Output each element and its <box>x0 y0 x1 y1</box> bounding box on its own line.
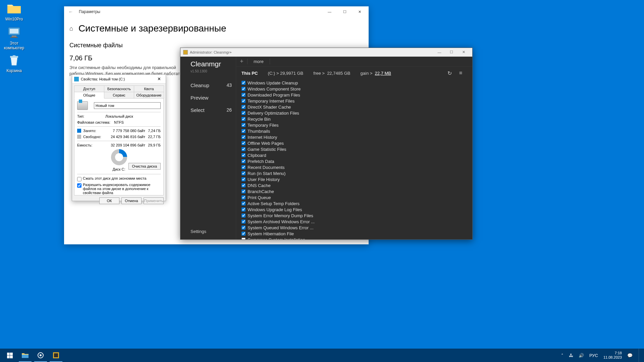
desktop-shortcut-this-pc[interactable]: Этот компьютер <box>1 26 27 50</box>
cleanup-item-checkbox[interactable] <box>241 135 246 139</box>
cleanup-item-checkbox[interactable] <box>241 195 246 199</box>
cleanup-item[interactable]: User File History <box>241 176 472 182</box>
minimize-button[interactable]: — <box>433 48 445 56</box>
cleanup-item[interactable]: Recycle Bin <box>241 116 472 122</box>
cleanup-item[interactable]: Downloaded Program Files <box>241 92 472 98</box>
refresh-icon[interactable]: ↻ <box>447 70 452 76</box>
close-button[interactable]: ✕ <box>352 7 367 17</box>
cleanup-item[interactable]: DNS Cache <box>241 182 472 188</box>
cleanup-item-checkbox[interactable] <box>241 81 246 85</box>
tray-lang[interactable]: РУС <box>588 353 599 358</box>
disk-cleanup-button[interactable]: Очистка диска <box>128 163 161 170</box>
cleanup-item[interactable]: Clipboard <box>241 152 472 158</box>
add-button[interactable]: + <box>236 59 248 64</box>
tab-access[interactable]: Доступ <box>74 85 104 92</box>
cleanup-item[interactable]: Windows Upgrade Log Files <box>241 206 472 213</box>
cleanup-item[interactable]: BranchCache <box>241 188 472 194</box>
taskbar-cleanmgr[interactable] <box>48 349 64 362</box>
tab-service[interactable]: Сервис <box>104 92 134 99</box>
more-menu[interactable]: more <box>248 59 270 64</box>
close-button[interactable]: ✕ <box>154 76 164 81</box>
cleanup-item-checkbox[interactable] <box>241 147 246 151</box>
cleanup-item[interactable]: Compress System Installation <box>241 237 472 239</box>
taskbar-explorer[interactable] <box>17 349 33 362</box>
tray-notifications-icon[interactable]: 💬 <box>626 353 634 358</box>
desktop-shortcut-win10pro[interactable]: Win10Pro <box>1 2 27 21</box>
cleanup-item[interactable]: Thumbnails <box>241 128 472 134</box>
cleanup-item-checkbox[interactable] <box>241 141 246 145</box>
tray-volume-icon[interactable]: 🔊 <box>577 353 585 358</box>
cleanup-item-checkbox[interactable] <box>241 123 246 127</box>
cleanup-item-checkbox[interactable] <box>241 93 246 97</box>
cleanup-item-checkbox[interactable] <box>241 99 246 103</box>
cleanup-item[interactable]: Internet History <box>241 134 472 140</box>
back-button[interactable]: ← <box>65 9 76 14</box>
apply-button[interactable]: Применить <box>144 197 164 204</box>
index-checkbox[interactable]: Разрешить индексировать содержимое файло… <box>77 183 161 195</box>
tray-chevron-icon[interactable]: ˄ <box>560 353 565 358</box>
show-desktop-button[interactable] <box>639 349 641 362</box>
cleanup-item-checkbox[interactable] <box>241 87 246 91</box>
start-button[interactable] <box>2 349 17 362</box>
cleanup-item[interactable]: System Error Memory Dump Files <box>241 213 472 219</box>
cleanup-item-checkbox[interactable] <box>241 189 246 193</box>
cleanup-item[interactable]: System Queued Windows Error ... <box>241 225 472 231</box>
nav-preview[interactable]: Preview <box>191 92 236 104</box>
props-titlebar[interactable]: Свойства: Новый том (C:) ✕ <box>72 75 166 83</box>
cleanup-item-checkbox[interactable] <box>241 153 246 157</box>
cleanup-item-checkbox[interactable] <box>241 117 246 121</box>
cleanup-item-checkbox[interactable] <box>241 207 246 212</box>
cleanup-item-checkbox[interactable] <box>241 238 246 239</box>
cleanup-item-checkbox[interactable] <box>241 111 246 115</box>
cleanup-item-checkbox[interactable] <box>241 165 246 169</box>
volume-name-input[interactable] <box>94 102 161 109</box>
cleanup-item[interactable]: Recent Documents <box>241 164 472 170</box>
cleanup-item[interactable]: Active Setup Temp Folders <box>241 200 472 206</box>
minimize-button[interactable]: — <box>322 7 337 17</box>
desktop-shortcut-recycle-bin[interactable]: Корзина <box>1 54 27 73</box>
cleanup-item[interactable]: System Archived Windows Error ... <box>241 219 472 225</box>
cleanup-item[interactable]: Temporary Files <box>241 122 472 128</box>
cancel-button[interactable]: Отмена <box>121 197 142 204</box>
compress-checkbox[interactable]: Сжать этот диск для экономии места <box>77 176 161 181</box>
cleanup-item-checkbox[interactable] <box>241 183 246 187</box>
cleanup-item-checkbox[interactable] <box>241 226 246 230</box>
home-icon[interactable]: ⌂ <box>69 25 73 32</box>
ok-button[interactable]: ОК <box>99 197 119 204</box>
cleanup-item[interactable]: Delivery Optimization Files <box>241 110 472 116</box>
cleanup-item[interactable]: Temporary Internet Files <box>241 98 472 104</box>
cleanup-item-checkbox[interactable] <box>241 171 246 175</box>
cleanup-item-checkbox[interactable] <box>241 159 246 163</box>
cleanup-item[interactable]: Game Statistic Files <box>241 146 472 152</box>
nav-settings[interactable]: Settings <box>191 229 236 236</box>
cleanup-item[interactable]: DirectX Shader Cache <box>241 104 472 110</box>
settings-titlebar[interactable]: ← Параметры — ☐ ✕ <box>64 6 369 17</box>
nav-cleanup[interactable]: Cleanup43 <box>191 79 236 92</box>
cleanup-item[interactable]: System Hibernation File <box>241 231 472 237</box>
cleanup-item-checkbox[interactable] <box>241 201 246 205</box>
close-button[interactable]: ✕ <box>458 48 470 56</box>
taskbar-settings[interactable] <box>33 349 48 362</box>
cleanup-item-checkbox[interactable] <box>241 220 246 224</box>
cleanup-item-checkbox[interactable] <box>241 129 246 133</box>
tab-general[interactable]: Общие <box>74 92 104 99</box>
nav-select[interactable]: Select26 <box>191 104 236 116</box>
maximize-button[interactable]: ☐ <box>445 48 458 56</box>
tab-hardware[interactable]: Оборудование <box>134 92 164 99</box>
cleanup-item[interactable]: Run (in Start Menu) <box>241 170 472 176</box>
cleanup-item[interactable]: Offline Web Pages <box>241 140 472 146</box>
cleanup-item[interactable]: Windows Update Cleanup <box>241 80 472 86</box>
cleanup-item[interactable]: Prefetch Data <box>241 158 472 164</box>
tab-security[interactable]: Безопасность <box>104 85 134 92</box>
cleanmgr-titlebar[interactable]: Administrator: Cleanmgr+ — ☐ ✕ <box>180 48 472 57</box>
tab-quota[interactable]: Квота <box>134 85 164 92</box>
cleanup-item-checkbox[interactable] <box>241 214 246 218</box>
cleanup-item[interactable]: Print Queue <box>241 194 472 200</box>
cleanup-item-checkbox[interactable] <box>241 105 246 109</box>
taskbar-clock[interactable]: 7:18 11.08.2023 <box>602 351 623 360</box>
cleanup-item[interactable]: Windows Component Store <box>241 86 472 92</box>
cleanup-item-checkbox[interactable] <box>241 232 246 236</box>
maximize-button[interactable]: ☐ <box>337 7 352 17</box>
menu-icon[interactable]: ≡ <box>459 70 462 76</box>
cleanup-item-checkbox[interactable] <box>241 177 246 181</box>
